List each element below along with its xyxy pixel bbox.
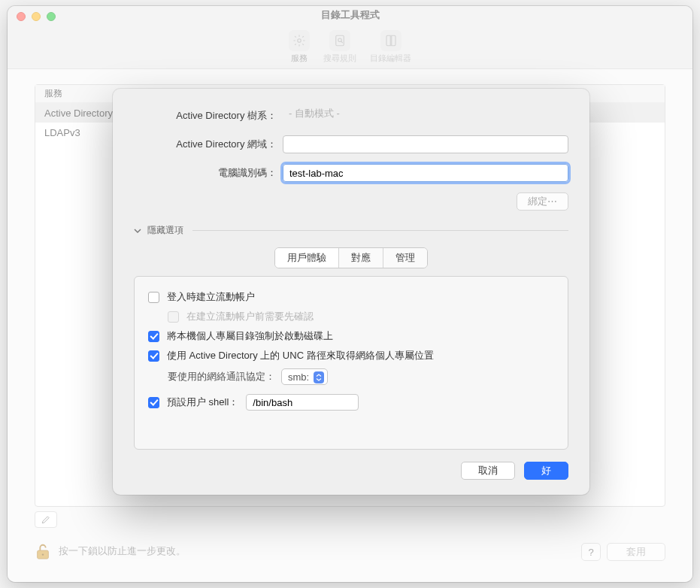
window-title: 目錄工具程式 xyxy=(8,8,692,22)
tab-admin[interactable]: 管理 xyxy=(383,248,427,268)
user-experience-panel: 登入時建立流動帳户 在建立流動帳户前需要先確認 將本機個人專屬目錄強制於啟動磁碟… xyxy=(134,276,568,450)
use-unc-checkbox[interactable] xyxy=(148,350,159,362)
updown-icon xyxy=(316,374,322,381)
confirm-mobile-checkbox xyxy=(168,311,179,323)
computer-id-label: 電腦識別碼： xyxy=(134,166,277,180)
toolbar-label: 搜尋規則 xyxy=(323,53,356,64)
lock-text: 按一下鎖以防止進一步更改。 xyxy=(59,544,186,558)
protocol-value: smb: xyxy=(288,371,309,383)
default-shell-label: 預設用户 shell： xyxy=(167,396,238,409)
search-doc-icon xyxy=(329,30,350,51)
toolbar-label: 服務 xyxy=(291,53,308,64)
force-local-home-checkbox[interactable] xyxy=(148,331,159,342)
forest-value: - 自動模式 - xyxy=(283,107,568,125)
titlebar: 目錄工具程式 xyxy=(8,6,692,27)
toolbar-services-button[interactable]: 服務 xyxy=(289,30,310,64)
toolbar-search-policy-button[interactable]: 搜尋規則 xyxy=(323,30,356,64)
use-unc-label: 使用 Active Directory 上的 UNC 路徑來取得網絡個人專屬位置 xyxy=(167,349,434,362)
toolbar: 服務 搜尋規則 目錄編輯器 xyxy=(8,27,692,69)
ok-button[interactable]: 好 xyxy=(524,462,568,480)
create-mobile-label: 登入時建立流動帳户 xyxy=(167,290,255,304)
tab-mapping[interactable]: 對應 xyxy=(338,248,383,268)
ad-config-sheet: Active Directory 樹系： - 自動模式 - Active Dir… xyxy=(113,89,589,495)
domain-input[interactable] xyxy=(283,135,568,153)
domain-label: Active Directory 網域： xyxy=(134,138,277,151)
apply-button[interactable]: 套用 xyxy=(607,543,665,561)
unlock-icon[interactable] xyxy=(35,541,51,561)
svg-rect-1 xyxy=(336,35,344,46)
hide-options-disclosure[interactable]: 隱藏選項 xyxy=(134,224,568,237)
protocol-select[interactable]: smb: xyxy=(281,368,328,385)
cancel-button[interactable]: 取消 xyxy=(461,462,515,480)
chevron-down-icon xyxy=(134,227,141,235)
default-shell-checkbox[interactable] xyxy=(148,397,159,408)
pencil-icon xyxy=(41,514,51,525)
lock-row: 按一下鎖以防止進一步更改。 xyxy=(35,541,186,561)
options-tabs: 用戶體驗 對應 管理 xyxy=(274,247,428,268)
computer-id-input[interactable] xyxy=(283,164,568,182)
disclosure-label: 隱藏選項 xyxy=(147,224,183,237)
help-button[interactable]: ? xyxy=(581,543,601,561)
default-shell-input[interactable] xyxy=(246,394,359,411)
tab-user-experience[interactable]: 用戶體驗 xyxy=(275,248,338,268)
protocol-label: 要使用的網絡通訊協定： xyxy=(168,370,275,383)
toolbar-directory-editor-button[interactable]: 目錄編輯器 xyxy=(370,30,411,64)
svg-point-0 xyxy=(298,39,302,43)
bind-button[interactable]: 綁定⋯ xyxy=(517,192,568,211)
forest-label: Active Directory 樹系： xyxy=(134,109,277,123)
confirm-mobile-label: 在建立流動帳户前需要先確認 xyxy=(186,310,314,323)
svg-point-4 xyxy=(42,553,44,555)
force-local-home-label: 將本機個人專屬目錄強制於啟動磁碟上 xyxy=(167,329,333,343)
create-mobile-checkbox[interactable] xyxy=(148,292,159,303)
book-icon xyxy=(380,30,402,51)
edit-service-button[interactable] xyxy=(35,511,57,528)
toolbar-label: 目錄編輯器 xyxy=(370,53,411,64)
gear-icon xyxy=(289,30,310,51)
